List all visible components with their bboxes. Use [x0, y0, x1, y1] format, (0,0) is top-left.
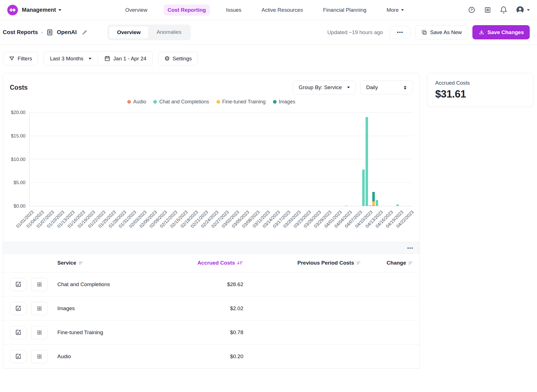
- nav-item-issues[interactable]: Issues: [222, 4, 245, 16]
- save-as-new-button[interactable]: Save As New: [415, 25, 468, 39]
- grid-breakdown-button[interactable]: [31, 326, 48, 339]
- legend-item-audio[interactable]: Audio: [127, 99, 146, 105]
- up-down-arrows-icon: [403, 85, 407, 90]
- cell-accrued-costs: $2.02: [151, 305, 243, 312]
- bar-segment-chat-and-completions: [366, 117, 368, 206]
- table-more-button[interactable]: •••: [407, 246, 413, 250]
- granularity-select[interactable]: Daily: [360, 80, 413, 94]
- costs-chart: $0.00$5.00$10.00$15.00$20.00 01/01/20230…: [3, 105, 420, 242]
- notes-icon[interactable]: [484, 6, 491, 14]
- legend-item-chat-and-completions[interactable]: Chat and Completions: [153, 99, 209, 105]
- cell-accrued-costs: $0.20: [151, 353, 243, 360]
- grid-breakdown-button[interactable]: [31, 302, 48, 315]
- legend-color-dot: [216, 100, 220, 104]
- report-icon: [46, 29, 53, 36]
- cell-service: Fine-tuned Training: [57, 329, 151, 336]
- table-row: Images$2.02: [3, 296, 420, 320]
- tab-anomalies[interactable]: Anomalies: [149, 26, 189, 39]
- filters-button[interactable]: Filters: [3, 52, 38, 66]
- chevron-down-icon: [89, 58, 91, 60]
- table-row: Audio$0.20: [3, 344, 420, 368]
- nav-item-cost-reporting[interactable]: Cost Reporting: [164, 4, 210, 16]
- bar-04/09/2023[interactable]: [366, 117, 368, 206]
- report-header: Cost Reports › OpenAI Overview Anomalies…: [0, 20, 537, 45]
- gridline: [30, 182, 413, 183]
- nav-item-active-resources[interactable]: Active Resources: [258, 4, 307, 16]
- nav-item-overview[interactable]: Overview: [121, 4, 151, 16]
- view-chart-button[interactable]: [10, 326, 27, 339]
- legend-label: Fine-tuned Training: [222, 99, 266, 105]
- view-chart-button[interactable]: [10, 302, 27, 315]
- grid-breakdown-button[interactable]: [31, 278, 48, 291]
- bar-04/10/2023[interactable]: [369, 205, 371, 206]
- bar-04/08/2023[interactable]: [362, 170, 365, 206]
- edit-pencil-icon[interactable]: [81, 29, 88, 36]
- bar-04/11/2023[interactable]: [372, 192, 375, 206]
- view-chart-button[interactable]: [10, 278, 27, 291]
- bar-04/18/2023[interactable]: [396, 205, 399, 206]
- save-as-new-label: Save As New: [430, 29, 462, 35]
- legend-item-fine-tuned-training[interactable]: Fine-tuned Training: [216, 99, 266, 105]
- breadcrumb-root[interactable]: Cost Reports: [3, 29, 38, 35]
- column-label: Service: [57, 260, 76, 266]
- settings-button[interactable]: ⚙︎ Settings: [158, 52, 197, 66]
- filters-label: Filters: [18, 56, 32, 62]
- notifications-bell-icon[interactable]: [500, 6, 507, 14]
- last-updated-text: Updated ~19 hours ago: [327, 29, 383, 35]
- chart-plot[interactable]: [29, 113, 413, 206]
- gridline: [30, 112, 413, 113]
- date-range-control: Last 3 Months Jan 1 - Apr 24: [44, 51, 153, 66]
- workspace-name: Management: [22, 7, 56, 13]
- breadcrumb: Cost Reports › OpenAI: [3, 29, 88, 36]
- sort-lines-icon: [356, 261, 361, 265]
- nav-item-more[interactable]: More: [383, 4, 408, 16]
- granularity-label: Daily: [366, 84, 378, 91]
- funnel-icon: [9, 56, 15, 62]
- column-header-service[interactable]: Service: [57, 260, 151, 266]
- bar-segment-chat-and-completions: [362, 170, 365, 206]
- cell-accrued-costs: $0.78: [151, 329, 243, 336]
- bar-segment-chat-and-completions: [376, 200, 378, 206]
- bar-04/03/2023[interactable]: [345, 206, 347, 206]
- gridline: [30, 136, 413, 136]
- save-changes-button[interactable]: Save Changes: [472, 25, 530, 39]
- group-by-dropdown[interactable]: Group By: Service: [293, 80, 356, 94]
- column-header-accrued-costs[interactable]: Accrued Costs: [151, 260, 243, 266]
- settings-label: Settings: [173, 56, 192, 62]
- date-range-label: Jan 1 - Apr 24: [113, 56, 146, 62]
- tab-overview[interactable]: Overview: [109, 26, 149, 39]
- column-label: Accrued Costs: [197, 260, 235, 266]
- cell-service: Images: [57, 305, 151, 312]
- bar-segment-audio: [372, 205, 375, 206]
- grid-breakdown-button[interactable]: [31, 350, 48, 363]
- report-title: OpenAI: [57, 29, 77, 35]
- help-icon[interactable]: ?: [468, 6, 475, 14]
- main-nav: OverviewCost ReportingIssuesActive Resou…: [121, 4, 408, 16]
- y-tick-label: $15.00: [11, 133, 25, 139]
- table-body: Chat and Completions$28.62Images$2.02Fin…: [3, 272, 420, 368]
- view-chart-button[interactable]: [10, 350, 27, 363]
- more-actions-button[interactable]: •••: [390, 26, 410, 39]
- svg-text:?: ?: [471, 8, 473, 12]
- chevron-down-icon: [58, 9, 61, 11]
- row-actions: [10, 350, 57, 363]
- period-label: Last 3 Months: [50, 56, 83, 62]
- chart-legend: AudioChat and CompletionsFine-tuned Trai…: [3, 99, 420, 105]
- row-actions: [10, 278, 57, 291]
- column-header-change[interactable]: Change: [361, 260, 413, 266]
- vantage-logo-icon[interactable]: [7, 5, 18, 15]
- period-dropdown[interactable]: Last 3 Months: [44, 52, 98, 65]
- row-actions: [10, 326, 57, 339]
- chart-title: Costs: [10, 84, 28, 91]
- account-avatar-icon[interactable]: [516, 6, 530, 14]
- column-header-previous-period-costs[interactable]: Previous Period Costs: [243, 260, 361, 266]
- bar-04/12/2023[interactable]: [376, 200, 378, 206]
- column-label: Change: [387, 260, 406, 266]
- date-range-picker[interactable]: Jan 1 - Apr 24: [98, 52, 152, 65]
- workspace-switcher[interactable]: Management: [22, 7, 61, 13]
- nav-item-financial-planning[interactable]: Financial Planning: [319, 4, 370, 16]
- cell-service: Chat and Completions: [57, 281, 151, 288]
- legend-item-images[interactable]: Images: [273, 99, 295, 105]
- accrued-costs-summary: Accrued Costs $31.61: [427, 73, 533, 107]
- filter-toolbar: Filters Last 3 Months Jan 1 - Apr 24 ⚙︎ …: [0, 45, 537, 73]
